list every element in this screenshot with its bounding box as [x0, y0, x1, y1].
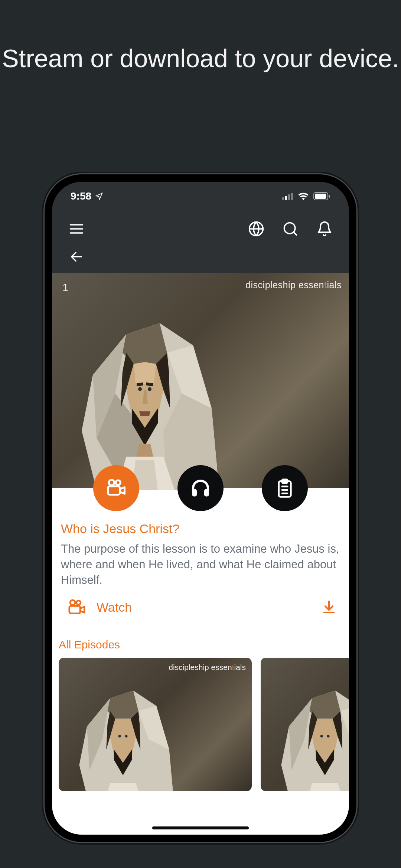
- svg-rect-1: [285, 196, 287, 200]
- svg-point-27: [138, 387, 142, 391]
- video-camera-icon: [67, 598, 87, 618]
- svg-point-58: [125, 735, 128, 737]
- cellular-icon: [282, 193, 293, 200]
- svg-rect-41: [282, 480, 287, 483]
- lesson-description: The purpose of this lesson is to examine…: [61, 541, 340, 588]
- svg-point-46: [76, 600, 81, 604]
- search-button[interactable]: [281, 219, 300, 239]
- svg-point-57: [118, 735, 121, 737]
- svg-rect-5: [315, 194, 326, 199]
- download-button[interactable]: [322, 599, 336, 616]
- brand-text-a: discipleship essen: [169, 663, 232, 671]
- svg-line-13: [294, 232, 297, 235]
- location-icon: [95, 192, 103, 200]
- app-top-bar: [52, 211, 349, 247]
- episodes-carousel[interactable]: discipleship essentials: [59, 658, 340, 791]
- download-icon: [322, 599, 336, 614]
- status-left: 9:58: [71, 190, 103, 202]
- status-right: [282, 192, 330, 200]
- status-time: 9:58: [71, 190, 91, 202]
- svg-rect-47: [69, 606, 80, 613]
- hamburger-icon: [68, 221, 85, 237]
- svg-rect-2: [288, 194, 290, 200]
- promo-heading: Stream or download to your device.: [0, 43, 401, 74]
- globe-icon: [248, 221, 264, 237]
- hero-portrait: [71, 297, 226, 490]
- all-episodes-heading: All Episodes: [59, 638, 340, 651]
- notifications-button[interactable]: [315, 219, 334, 239]
- media-action-row: [52, 465, 349, 511]
- svg-point-35: [109, 480, 114, 486]
- episode-thumbnail: [272, 673, 349, 791]
- lesson-panel: Who is Jesus Christ? The purpose of this…: [52, 488, 349, 835]
- status-bar: 9:58: [52, 182, 349, 211]
- episode-card[interactable]: discipleship essentials: [59, 658, 252, 791]
- phone-screen: 9:58: [52, 182, 349, 835]
- back-button[interactable]: [67, 247, 86, 266]
- brand-text-b: ials: [234, 663, 246, 671]
- language-button[interactable]: [247, 219, 266, 239]
- svg-point-28: [148, 387, 151, 391]
- svg-rect-37: [108, 486, 120, 495]
- audio-mode-button[interactable]: [177, 465, 224, 511]
- episode-card[interactable]: discipleship essentials: [261, 658, 349, 791]
- svg-rect-38: [192, 489, 197, 497]
- svg-marker-31: [139, 411, 150, 416]
- notes-mode-button[interactable]: [262, 465, 308, 511]
- brand-text-a: discipleship essen: [245, 280, 324, 290]
- back-row: [52, 247, 349, 273]
- svg-rect-39: [204, 489, 209, 497]
- home-indicator: [152, 826, 249, 829]
- svg-point-45: [70, 600, 75, 605]
- svg-point-36: [116, 480, 121, 485]
- video-mode-button[interactable]: [93, 465, 139, 511]
- svg-rect-0: [282, 197, 284, 200]
- clipboard-icon: [274, 478, 295, 499]
- arrow-left-icon: [69, 249, 84, 264]
- episode-number-badge: 1: [62, 281, 69, 294]
- phone-frame: 9:58: [45, 174, 356, 842]
- brand-watermark: discipleship essentials: [245, 280, 342, 290]
- svg-point-68: [320, 735, 323, 737]
- svg-rect-6: [329, 195, 330, 198]
- watch-row: Watch: [61, 598, 340, 618]
- lesson-title: Who is Jesus Christ?: [61, 522, 340, 536]
- battery-icon: [313, 192, 330, 200]
- video-camera-icon: [105, 477, 127, 499]
- wifi-icon: [298, 192, 309, 200]
- svg-marker-22: [134, 362, 156, 384]
- search-icon: [282, 221, 299, 237]
- bell-icon: [316, 221, 333, 237]
- brand-watermark: discipleship essentials: [169, 663, 246, 672]
- watch-button[interactable]: Watch: [97, 600, 312, 615]
- svg-point-69: [327, 735, 330, 737]
- episode-thumbnail: [70, 673, 181, 791]
- lesson-hero: 1 discipleship essentials: [52, 273, 349, 488]
- menu-button[interactable]: [67, 219, 86, 239]
- svg-rect-3: [291, 193, 293, 200]
- brand-text-b: ials: [327, 280, 342, 290]
- headphones-icon: [189, 477, 212, 499]
